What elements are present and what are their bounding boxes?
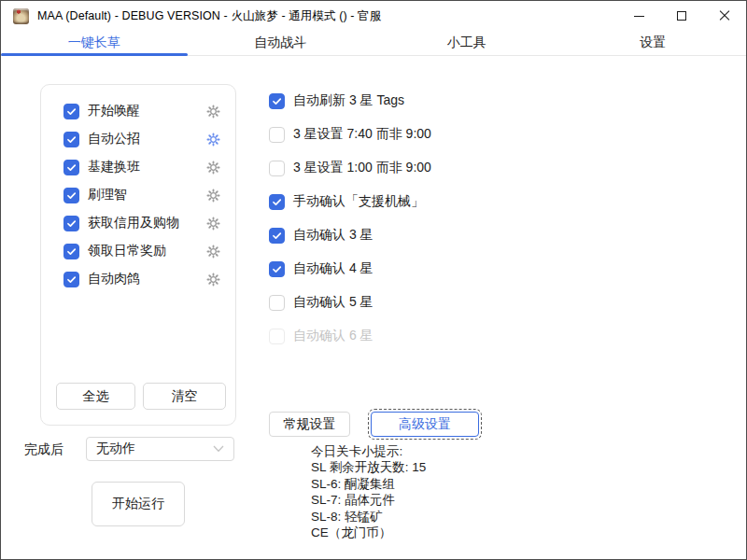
tips-line: 今日关卡小提示:: [311, 443, 426, 459]
checkbox[interactable]: [269, 194, 285, 210]
checkbox[interactable]: [269, 295, 285, 311]
tab-onekey-farming[interactable]: 一键长草: [1, 31, 188, 55]
gear-icon[interactable]: [205, 104, 221, 119]
task-label: 获取信用及购物: [88, 215, 179, 231]
checkbox[interactable]: [269, 228, 285, 244]
task-label: 自动肉鸽: [88, 271, 140, 287]
option-label: 3 星设置 1:00 而非 9:00: [293, 160, 431, 176]
minimize-button[interactable]: [617, 1, 660, 31]
tab-settings[interactable]: 设置: [560, 31, 747, 55]
option-label: 自动刷新 3 星 Tags: [293, 92, 404, 109]
task-row-wakeup[interactable]: 开始唤醒: [41, 97, 235, 125]
start-run-button[interactable]: 开始运行: [92, 482, 185, 526]
checkbox[interactable]: [63, 272, 79, 287]
recruit-row-740-time[interactable]: 3 星设置 7:40 而非 9:00: [269, 118, 502, 151]
window-title: MAA (Default) - DEBUG VERSION - 火山旅梦 - 通…: [37, 8, 381, 24]
tab-tools[interactable]: 小工具: [374, 31, 560, 55]
tab-label: 小工具: [447, 35, 486, 51]
option-label: 自动确认 4 星: [293, 260, 374, 277]
checkbox[interactable]: [63, 160, 79, 175]
gear-icon[interactable]: [205, 160, 221, 175]
main-tabbar: 一键长草 自动战斗 小工具 设置: [1, 31, 746, 56]
option-label: 自动确认 3 星: [293, 227, 374, 244]
tab-label: 一键长草: [68, 35, 120, 51]
stage-tips: 今日关卡小提示: SL 剩余开放天数: 15 SL-6: 酮凝集组 SL-7: …: [311, 443, 426, 540]
recruit-options: 自动刷新 3 星 Tags 3 星设置 7:40 而非 9:00 3 星设置 1…: [269, 84, 502, 353]
option-label: 自动确认 6 星: [293, 328, 374, 344]
checkbox[interactable]: [269, 261, 285, 277]
task-label: 自动公招: [88, 131, 140, 147]
tips-line: SL 剩余开放天数: 15: [311, 459, 426, 475]
recruit-row-confirm-5star[interactable]: 自动确认 5 星: [269, 286, 502, 319]
close-button[interactable]: [703, 1, 746, 31]
tab-label: 设置: [640, 35, 666, 51]
select-all-button[interactable]: 全选: [56, 383, 135, 410]
maximize-button[interactable]: [660, 1, 703, 31]
checkbox[interactable]: [63, 104, 79, 119]
gear-icon[interactable]: [205, 188, 221, 203]
tab-auto-battle[interactable]: 自动战斗: [188, 31, 374, 55]
tab-label: 自动战斗: [254, 35, 306, 51]
task-row-award[interactable]: 领取日常奖励: [41, 237, 235, 265]
option-label: 3 星设置 7:40 而非 9:00: [293, 126, 431, 143]
window-controls: [617, 1, 746, 31]
dropdown-value: 无动作: [96, 441, 135, 457]
tips-line: SL-6: 酮凝集组: [311, 476, 426, 492]
titlebar: MAA (Default) - DEBUG VERSION - 火山旅梦 - 通…: [1, 1, 746, 31]
task-row-infrast[interactable]: 基建换班: [41, 153, 235, 181]
chevron-down-icon: [213, 445, 224, 453]
task-label: 刷理智: [88, 187, 127, 203]
maximize-icon: [677, 11, 686, 21]
task-row-recruit[interactable]: 自动公招: [41, 125, 235, 153]
checkbox[interactable]: [269, 127, 285, 143]
task-rows: 开始唤醒 自动公招 基建换班 刷理智 获取信用及购物: [41, 85, 235, 293]
tips-line: SL-7: 晶体元件: [311, 492, 426, 508]
app-window: MAA (Default) - DEBUG VERSION - 火山旅梦 - 通…: [0, 0, 747, 560]
checkbox[interactable]: [63, 244, 79, 259]
after-complete-label: 完成后: [24, 437, 63, 461]
tips-line: CE（龙门币）: [311, 525, 426, 540]
minimize-icon: [634, 16, 644, 17]
task-row-mall[interactable]: 获取信用及购物: [41, 209, 235, 237]
checkbox[interactable]: [63, 188, 79, 203]
clear-button[interactable]: 清空: [143, 383, 226, 410]
checkbox[interactable]: [63, 132, 79, 147]
close-icon: [719, 10, 730, 21]
gear-icon[interactable]: [205, 132, 221, 147]
recruit-row-confirm-3star[interactable]: 自动确认 3 星: [269, 218, 502, 252]
task-label: 开始唤醒: [88, 103, 140, 119]
task-label: 基建换班: [88, 159, 140, 175]
task-list-panel: 开始唤醒 自动公招 基建换班 刷理智 获取信用及购物: [40, 84, 236, 426]
recruit-row-confirm-6star: 自动确认 6 星: [269, 319, 502, 353]
task-row-roguelike[interactable]: 自动肉鸽: [41, 265, 235, 293]
recruit-row-manual-robot[interactable]: 手动确认「支援机械」: [269, 185, 502, 218]
gear-icon[interactable]: [205, 272, 221, 287]
task-label: 领取日常奖励: [88, 243, 166, 259]
gear-icon[interactable]: [205, 244, 221, 259]
app-icon: [13, 8, 29, 24]
tips-line: SL-8: 轻锰矿: [311, 509, 426, 525]
checkbox: [269, 329, 285, 344]
after-complete-dropdown[interactable]: 无动作: [86, 437, 234, 461]
recruit-row-confirm-4star[interactable]: 自动确认 4 星: [269, 252, 502, 286]
recruit-row-100-time[interactable]: 3 星设置 1:00 而非 9:00: [269, 151, 502, 185]
task-row-fight[interactable]: 刷理智: [41, 181, 235, 209]
option-label: 手动确认「支援机械」: [293, 193, 424, 210]
advanced-settings-button[interactable]: 高级设置: [371, 412, 479, 437]
general-settings-button[interactable]: 常规设置: [269, 412, 350, 437]
checkbox[interactable]: [269, 161, 285, 176]
checkbox[interactable]: [269, 93, 285, 109]
option-label: 自动确认 5 星: [293, 294, 374, 311]
gear-icon[interactable]: [205, 216, 221, 231]
recruit-row-refresh-tags[interactable]: 自动刷新 3 星 Tags: [269, 84, 502, 118]
checkbox[interactable]: [63, 216, 79, 231]
